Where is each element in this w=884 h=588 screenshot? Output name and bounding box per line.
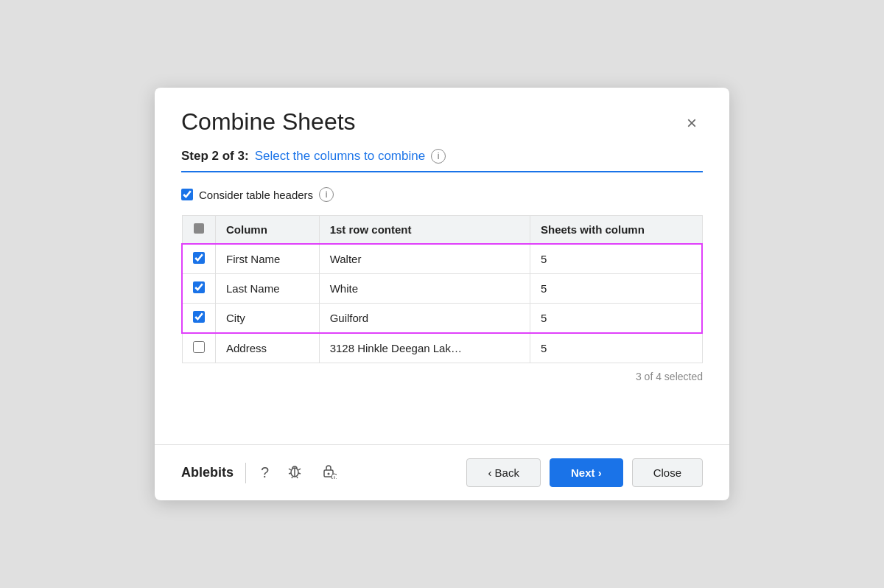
svg-point-3 <box>328 473 330 475</box>
row-4-checkbox[interactable] <box>193 341 205 353</box>
select-all-icon <box>194 223 204 234</box>
columns-table-wrapper: Column 1st row content Sheets with colum… <box>181 215 703 363</box>
row-checkbox-cell[interactable] <box>182 244 216 274</box>
dialog-footer: Ablebits ? i <box>155 444 729 500</box>
row-1-column: First Name <box>216 244 320 274</box>
column-header: Column <box>216 216 320 245</box>
selection-count: 3 of 4 selected <box>181 363 703 385</box>
sheets-header: Sheets with column <box>530 216 702 245</box>
step-row: Step 2 of 3: Select the columns to combi… <box>155 136 729 164</box>
consider-headers-row: Consider table headers i <box>181 187 703 202</box>
row-2-first-row: White <box>319 274 530 304</box>
row-1-first-row: Walter <box>319 244 530 274</box>
row-4-column: Address <box>216 333 320 363</box>
row-1-checkbox[interactable] <box>193 252 205 264</box>
svg-text:i: i <box>334 475 335 480</box>
close-button[interactable]: Close <box>632 458 703 487</box>
step-label: Step 2 of 3: <box>181 149 249 164</box>
step-info-icon[interactable]: i <box>431 149 446 164</box>
table-row: Address 3128 Hinkle Deegan Lak… 5 <box>182 333 702 363</box>
bug-report-button[interactable] <box>284 461 306 484</box>
help-button[interactable]: ? <box>258 463 272 483</box>
headers-info-icon[interactable]: i <box>319 187 334 202</box>
bug-icon <box>287 463 303 479</box>
row-3-first-row: Guilford <box>319 304 530 334</box>
brand-name: Ablebits <box>181 465 234 480</box>
step-title: Select the columns to combine <box>255 149 426 164</box>
row-3-column: City <box>216 304 320 334</box>
dialog-content: Consider table headers i Column 1st row … <box>155 172 729 427</box>
row-1-sheets: 5 <box>530 244 702 274</box>
table-body: First Name Walter 5 Last Name White 5 <box>182 244 702 363</box>
close-x-button[interactable]: × <box>681 111 703 135</box>
table-row: Last Name White 5 <box>182 274 702 304</box>
consider-headers-label[interactable]: Consider table headers <box>199 189 313 201</box>
dialog-header: Combine Sheets × <box>155 88 729 136</box>
next-button[interactable]: Next › <box>550 458 623 487</box>
row-3-checkbox[interactable] <box>193 311 205 323</box>
dialog-title: Combine Sheets <box>181 108 356 136</box>
row-checkbox-cell[interactable] <box>182 304 216 334</box>
row-4-sheets: 5 <box>530 333 702 363</box>
table-header: Column 1st row content Sheets with colum… <box>182 216 702 245</box>
row-3-sheets: 5 <box>530 304 702 334</box>
table-row: City Guilford 5 <box>182 304 702 334</box>
table-row: First Name Walter 5 <box>182 244 702 274</box>
row-checkbox-cell[interactable] <box>182 274 216 304</box>
privacy-icon: i <box>320 463 337 479</box>
row-checkbox-cell[interactable] <box>182 333 216 363</box>
columns-table: Column 1st row content Sheets with colum… <box>181 215 703 363</box>
footer-separator <box>245 463 246 483</box>
back-button[interactable]: ‹ Back <box>466 458 541 487</box>
footer-right: ‹ Back Next › Close <box>466 458 703 487</box>
privacy-button[interactable]: i <box>318 461 340 484</box>
row-2-column: Last Name <box>216 274 320 304</box>
footer-left: Ablebits ? i <box>181 461 340 484</box>
consider-headers-checkbox[interactable] <box>181 189 193 200</box>
select-all-header[interactable] <box>182 216 216 245</box>
row-2-checkbox[interactable] <box>193 281 205 293</box>
first-row-header: 1st row content <box>319 216 530 245</box>
combine-sheets-dialog: Combine Sheets × Step 2 of 3: Select the… <box>155 88 729 500</box>
row-2-sheets: 5 <box>530 274 702 304</box>
row-4-first-row: 3128 Hinkle Deegan Lak… <box>319 333 530 363</box>
